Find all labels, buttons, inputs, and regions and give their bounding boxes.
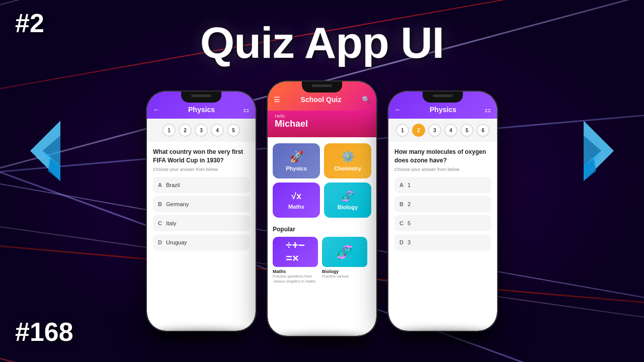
hamburger-icon[interactable]: ☰	[274, 96, 280, 104]
phone3-notch	[423, 92, 463, 103]
phone1-question-numbers: 1 2 3 4 5	[147, 119, 256, 142]
phone1-shadow	[151, 330, 252, 340]
maths-card-img: ÷+−=×	[273, 237, 318, 267]
category-physics[interactable]: 🚀 Physics	[273, 143, 320, 178]
answer-text-c: Italy	[166, 220, 176, 226]
phone3-answer-c[interactable]: C 5	[394, 215, 491, 231]
greeting-hello: Hello	[275, 114, 369, 119]
answer-text-a: Brazil	[166, 182, 180, 188]
phone3-answer-letter-d: D	[399, 239, 404, 245]
biology-card-title: Biology	[322, 269, 367, 274]
q-num-3[interactable]: 3	[195, 124, 208, 137]
phone3-question-numbers: 1 2 3 4 5 6	[388, 119, 497, 142]
phone2-screen: ☰ School Quiz 🔍 Hello Michael 🚀 Physics	[268, 81, 376, 336]
category-maths[interactable]: √x Maths	[273, 183, 320, 218]
phone3-q-num-1[interactable]: 1	[396, 124, 409, 137]
popular-section: Popular ÷+−=× Maths Practice questions f…	[268, 224, 376, 288]
phone3-q-num-5[interactable]: 5	[460, 124, 473, 137]
filter-icon[interactable]: ⚏	[243, 106, 250, 114]
phone2-speaker	[312, 84, 332, 87]
category-chemistry[interactable]: ⚙️ Chemistry	[324, 143, 371, 178]
phone3-answer-letter-b: B	[399, 201, 404, 207]
phone2-notch	[302, 81, 342, 93]
phone3-answer-text-c: 5	[408, 220, 411, 226]
q-num-2[interactable]: 2	[179, 124, 192, 137]
phone1-answer-c[interactable]: C Italy	[153, 215, 250, 231]
biology-card-img: 🧬	[322, 237, 367, 267]
answer-letter-a: A	[158, 182, 162, 188]
biology-label: Biology	[338, 204, 358, 210]
categories-grid: 🚀 Physics ⚙️ Chemistry √x Maths 🧬 Biolog…	[268, 137, 376, 224]
phone3-title: Physics	[430, 106, 456, 114]
phone3-answer-b[interactable]: B 2	[394, 196, 491, 212]
phone3-filter-icon[interactable]: ⚏	[485, 106, 491, 114]
phone2-wrapper: ☰ School Quiz 🔍 Hello Michael 🚀 Physics	[267, 80, 377, 345]
phone1-answer-b[interactable]: B Germany	[153, 196, 250, 212]
chemistry-label: Chemistry	[334, 165, 361, 171]
biology-icon: 🧬	[342, 190, 354, 202]
phone1-wrapper: ← Physics ⚏ 1 2 3 4 5 What country won t…	[146, 80, 257, 340]
phone3-answer-a[interactable]: A 1	[394, 177, 491, 193]
chemistry-icon: ⚙️	[341, 150, 355, 163]
phone1-speaker	[191, 95, 211, 97]
phone3-q-num-3[interactable]: 3	[428, 124, 441, 137]
phone1-title: Physics	[188, 106, 215, 114]
phone1: ← Physics ⚏ 1 2 3 4 5 What country won t…	[146, 90, 257, 332]
phone1-notch	[181, 92, 221, 103]
physics-icon: 🚀	[290, 150, 303, 163]
back-arrow-icon[interactable]: ←	[153, 106, 160, 114]
answer-text-d: Uruguay	[166, 239, 187, 245]
q-num-1[interactable]: 1	[163, 124, 176, 137]
phone3-answer-text-d: 3	[408, 239, 411, 245]
phone3-question-subtitle: Choose your answer from below	[394, 167, 491, 172]
maths-card-desc: Practice questions from various chapters…	[273, 274, 318, 284]
popular-card-biology[interactable]: 🧬 Biology Practice various	[322, 237, 367, 284]
answer-letter-b: B	[158, 201, 162, 207]
phone1-answer-a[interactable]: A Brazil	[153, 177, 250, 193]
phone3-q-num-4[interactable]: 4	[444, 124, 457, 137]
phone2: ☰ School Quiz 🔍 Hello Michael 🚀 Physics	[267, 80, 377, 337]
answer-text-b: Germany	[166, 201, 189, 207]
q-num-5[interactable]: 5	[227, 124, 240, 137]
phone3-question-area: How many molecules of oxygen does ozone …	[388, 142, 497, 259]
phone3-wrapper: ← Physics ⚏ 1 2 3 4 5 6 How many molecul…	[387, 80, 498, 340]
phone3-answer-text-b: 2	[408, 201, 411, 207]
phones-area: ← Physics ⚏ 1 2 3 4 5 What country won t…	[0, 80, 644, 345]
maths-label: Maths	[288, 204, 304, 210]
physics-label: Physics	[286, 165, 307, 171]
phone3-answer-d[interactable]: D 3	[394, 234, 491, 250]
biology-card-desc: Practice various	[322, 274, 367, 279]
greeting-area: Hello Michael	[268, 111, 376, 137]
category-biology[interactable]: 🧬 Biology	[324, 183, 371, 218]
phone1-screen: ← Physics ⚏ 1 2 3 4 5 What country won t…	[147, 92, 256, 331]
greeting-name: Michael	[275, 119, 369, 129]
search-icon[interactable]: 🔍	[362, 96, 370, 104]
maths-card-title: Maths	[273, 269, 318, 274]
phone3-shadow	[392, 330, 493, 340]
phone3-answer-letter-c: C	[399, 220, 404, 226]
answer-letter-d: D	[158, 239, 162, 245]
q-num-4[interactable]: 4	[211, 124, 224, 137]
phone3-speaker	[433, 95, 453, 97]
title-area: #2 Quiz App UI	[0, 0, 644, 85]
main-title: Quiz App UI	[200, 17, 444, 68]
popular-cards: ÷+−=× Maths Practice questions from vari…	[273, 237, 371, 284]
phone3: ← Physics ⚏ 1 2 3 4 5 6 How many molecul…	[387, 90, 498, 332]
phone1-question-subtitle: Choose your answer from below	[153, 167, 250, 172]
answer-letter-c: C	[158, 220, 162, 226]
episode-number: #2	[15, 10, 44, 36]
popular-card-maths[interactable]: ÷+−=× Maths Practice questions from vari…	[273, 237, 318, 284]
phone3-q-num-2[interactable]: 2	[412, 124, 425, 137]
phone3-question-text: How many molecules of oxygen does ozone …	[394, 148, 491, 165]
phone3-screen: ← Physics ⚏ 1 2 3 4 5 6 How many molecul…	[388, 92, 497, 331]
popular-title: Popular	[273, 226, 371, 233]
phone1-question-text: What country won the very first FIFA Wor…	[153, 148, 250, 165]
phone1-answer-d[interactable]: D Uruguay	[153, 234, 250, 250]
phone2-title: School Quiz	[301, 96, 342, 104]
phone3-q-num-6[interactable]: 6	[476, 124, 490, 137]
maths-icon: √x	[291, 191, 301, 202]
phone3-answer-letter-a: A	[399, 182, 404, 188]
phone2-shadow	[272, 335, 372, 345]
phone3-back-arrow[interactable]: ←	[394, 106, 401, 114]
phone3-answer-text-a: 1	[408, 182, 411, 188]
